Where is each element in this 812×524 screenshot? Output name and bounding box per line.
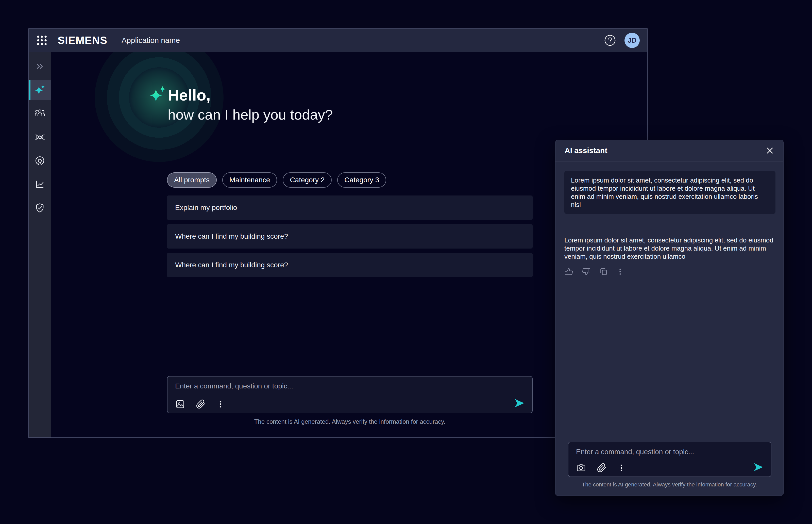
prompt-card[interactable]: Explain my portfolio [167,196,532,220]
ai-disclaimer: The content is AI generated. Always veri… [556,481,783,488]
thumbs-down-icon[interactable] [581,267,591,276]
siemens-logo: SIEMENS [57,34,107,47]
sidebar-item-analytics[interactable] [29,174,51,195]
sidebar-item-partnership[interactable] [29,127,51,147]
app-launcher-grid-icon[interactable] [36,35,48,46]
send-icon[interactable] [753,462,764,473]
application-name: Application name [121,36,180,45]
line-chart-icon [34,179,45,190]
sparkle-icon [34,84,46,96]
panel-command-input[interactable] [576,446,763,458]
camera-icon[interactable] [576,463,586,473]
chip-all-prompts[interactable]: All prompts [167,173,217,187]
paperclip-icon[interactable] [196,399,205,409]
app-header: SIEMENS Application name JD [29,29,647,52]
chip-category-2[interactable]: Category 2 [283,173,332,187]
sidebar-item-people[interactable] [29,103,51,124]
user-message: Lorem ipsum dolor sit amet, consectetur … [564,171,776,214]
sidebar [29,52,51,438]
main-window: SIEMENS Application name JD [29,29,647,438]
message-actions [564,267,624,276]
chip-category-3[interactable]: Category 3 [337,173,386,187]
thumbs-up-icon[interactable] [564,267,574,276]
sidebar-item-open-circle[interactable] [29,150,51,171]
kebab-menu-icon[interactable] [617,463,626,472]
prompt-card[interactable]: Where can I find my building score? [167,253,532,277]
panel-composer [568,442,772,477]
double-chevron-right-icon [35,61,45,71]
close-icon[interactable] [765,146,774,155]
sidebar-item-collapse[interactable] [29,56,51,77]
ai-assistant-panel: AI assistant Lorem ipsum dolor sit amet,… [555,140,783,496]
people-icon [34,108,45,119]
command-input[interactable] [175,380,524,392]
hero-subtitle: how can I help you today? [168,107,333,123]
prompt-suggestions: Explain my portfolio Where can I find my… [167,196,532,277]
kebab-menu-icon[interactable] [616,267,624,276]
send-icon[interactable] [514,397,525,409]
image-icon[interactable] [175,399,185,409]
panel-title: AI assistant [564,146,607,155]
ai-sparkle-icon [150,85,167,104]
circle-keyhole-icon [34,155,45,166]
prompt-card[interactable]: Where can I find my building score? [167,224,532,248]
handshake-icon [34,131,46,143]
paperclip-icon[interactable] [597,463,607,473]
ai-disclaimer: The content is AI generated. Always veri… [167,418,532,425]
chip-maintenance[interactable]: Maintenance [222,173,277,187]
assistant-message: Lorem ipsum dolor sit amet, consectetur … [564,236,776,261]
copy-icon[interactable] [599,267,608,276]
kebab-menu-icon[interactable] [216,400,225,409]
panel-header: AI assistant [556,140,783,162]
sidebar-item-ai-assistant[interactable] [29,80,51,100]
sidebar-item-security[interactable] [29,198,51,218]
help-icon[interactable] [604,34,616,46]
hero-greeting: Hello, [168,86,210,104]
avatar[interactable]: JD [625,33,640,48]
shield-check-icon [34,202,45,213]
main-composer [167,376,532,413]
prompt-filter-chips: All prompts Maintenance Category 2 Categ… [167,173,386,187]
